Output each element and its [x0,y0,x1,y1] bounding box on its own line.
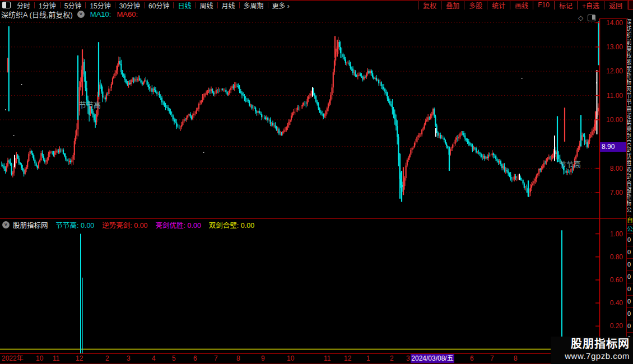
date-axis: 2022年 2024/03/08/五 101112234567891011121… [0,354,599,363]
month-label: 3 [406,354,410,362]
site-watermark: 股朋指标网 www.7gpzb.com [551,337,633,364]
month-label: 12 [76,354,83,362]
chevron-down-circle-icon[interactable]: ˅ [2,221,10,228]
month-label: 11 [324,354,331,362]
indicator-tick-label: 0.80 [601,254,623,260]
last-price-badge: 8.90 [600,142,627,152]
clipped-panel-value: 0 [627,259,633,271]
clipped-panel-value: 0 [627,283,633,296]
year-label: 2022年 [2,354,24,362]
month-label: 2 [390,354,394,362]
clipped-panel-value: 0 [627,320,633,333]
clipped-panel-cell: 自 [627,216,633,225]
indicator-field-4: 双剑合璧: 0.00 [209,220,254,230]
clipped-panel-value: 0 [627,234,633,246]
indicator-tick-label: 0.60 [601,277,623,283]
main-chart[interactable] [0,0,633,364]
month-label: 9 [261,354,265,362]
clipped-panel-value: 0 [627,271,633,283]
clipped-panel-value: 0 [627,296,633,308]
month-label: 10 [287,354,294,362]
watermark-url: www.7gpzb.com [551,351,630,361]
trading-app-window: 分时1分钟5分钟15分钟30分钟60分钟日线周线月线多周期更多 › 复权叠加多股… [0,0,633,364]
price-tick-label: 11.00 [601,92,623,99]
watermark-site-name: 股朋指标网 [551,337,630,351]
clipped-panel-value: 0 [627,308,633,320]
clipped-panel-value: 0 [627,246,633,259]
indicator-tick-label: 0.40 [601,300,623,306]
indicator-source-label: 股朋指标网 [13,220,48,230]
clipped-panel-text: 深纺织前复权股朋指标网节节高逆势亮剑亮剑优胜双剑合璧指标公式股朋网 [627,18,631,216]
month-label: 11 [53,354,59,362]
price-tick-label: 10.00 [601,116,623,123]
indicator-field-2: 逆势亮剑: 0.00 [102,220,147,230]
month-label: 4 [152,354,156,362]
price-tick-label: 12.00 [601,68,623,74]
panel-divider [0,218,633,219]
indicator-tick-label: 1.00 [601,231,623,237]
price-tick-label: 7.00 [601,189,623,196]
signal-text-label: 节节高 [559,158,581,169]
month-label: 8 [236,354,240,362]
indicator-header: ˅ 股朋指标网 节节高: 0.00逆势亮剑: 0.00亮剑优胜: 0.00双剑合… [1,220,254,229]
indicator-field-3: 亮剑优胜: 0.00 [156,220,201,230]
clipped-panel-cell: 公 [627,225,633,234]
selected-date-badge: 2024/03/08/五 [411,354,454,363]
month-label: 6 [470,354,474,362]
clipped-side-panel[interactable]: 深纺织前复权股朋指标网节节高逆势亮剑亮剑优胜双剑合璧指标公式股朋网 自公0000… [626,18,633,364]
month-label: 5 [172,354,176,362]
month-label: 6 [193,354,197,362]
month-label: 10 [36,354,43,362]
month-label: 12 [344,354,351,362]
price-tick-label: 8.00 [601,165,623,172]
price-tick-label: 13.00 [601,44,623,50]
month-label: 7 [214,354,218,362]
month-label: 1 [366,354,370,362]
month-label: 3 [127,354,131,362]
month-label: 8 [514,354,518,362]
month-label: 2 [105,354,109,362]
price-tick-label: 14.00 [601,20,623,26]
indicator-field-1: 节节高: 0.00 [56,220,95,230]
signal-text-label: 节节高 [79,99,101,110]
date-axis-bottom-border [0,363,633,363]
indicator-tick-label: 0.20 [601,323,623,329]
month-label: 7 [490,354,494,362]
